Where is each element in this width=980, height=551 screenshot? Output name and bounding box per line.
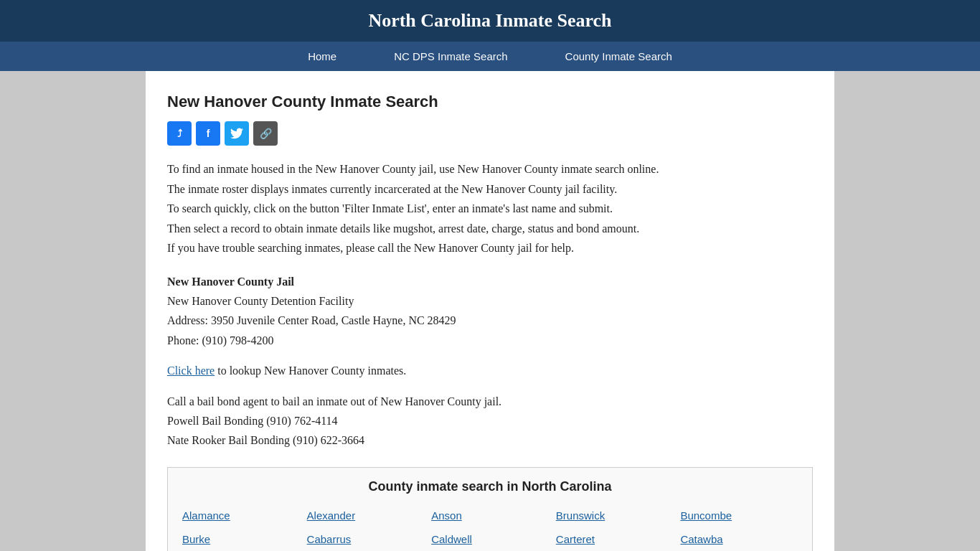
jail-address: Address: 3950 Juvenile Center Road, Cast… bbox=[167, 311, 813, 330]
content-wrapper: New Hanover County Inmate Search ⤴ f 🔗 T… bbox=[146, 71, 834, 551]
lookup-paragraph: Click here to lookup New Hanover County … bbox=[167, 364, 813, 377]
county-link[interactable]: Alexander bbox=[307, 506, 425, 527]
bail-info-section: Call a bail bond agent to bail an inmate… bbox=[167, 392, 813, 451]
lookup-suffix: to lookup New Hanover County inmates. bbox=[215, 364, 406, 377]
desc-line-4: Then select a record to obtain inmate de… bbox=[167, 220, 813, 238]
nav-county[interactable]: County Inmate Search bbox=[537, 42, 701, 71]
desc-line-5: If you have trouble searching inmates, p… bbox=[167, 239, 813, 258]
county-link[interactable]: Caldwell bbox=[431, 529, 549, 550]
county-link[interactable]: Brunswick bbox=[556, 506, 674, 527]
county-link[interactable]: Catawba bbox=[680, 529, 798, 550]
copy-link-button[interactable]: 🔗 bbox=[253, 121, 278, 146]
share-button[interactable]: ⤴ bbox=[167, 121, 192, 146]
lookup-link[interactable]: Click here bbox=[167, 364, 215, 377]
county-link[interactable]: Carteret bbox=[556, 529, 674, 550]
desc-line-3: To search quickly, click on the button '… bbox=[167, 199, 813, 218]
county-section-title: County inmate search in North Carolina bbox=[182, 479, 798, 494]
jail-name: New Hanover County Jail bbox=[167, 272, 813, 291]
description-section: To find an inmate housed in the New Hano… bbox=[167, 160, 813, 258]
bail-line-2: Powell Bail Bonding (910) 762-4114 bbox=[167, 411, 813, 430]
jail-facility: New Hanover County Detention Facility bbox=[167, 291, 813, 311]
nav-nc-dps[interactable]: NC DPS Inmate Search bbox=[365, 42, 536, 71]
jail-info-section: New Hanover County Jail New Hanover Coun… bbox=[167, 272, 813, 350]
jail-phone: Phone: (910) 798-4200 bbox=[167, 331, 813, 350]
main-nav: Home NC DPS Inmate Search County Inmate … bbox=[0, 42, 980, 71]
facebook-button[interactable]: f bbox=[196, 121, 220, 146]
social-share-bar: ⤴ f 🔗 bbox=[167, 121, 813, 146]
county-link[interactable]: Buncombe bbox=[680, 506, 798, 527]
desc-line-2: The inmate roster displays inmates curre… bbox=[167, 180, 813, 199]
nav-home[interactable]: Home bbox=[279, 42, 365, 71]
page-title: New Hanover County Inmate Search bbox=[167, 93, 813, 111]
site-header: North Carolina Inmate Search bbox=[0, 0, 980, 42]
bail-line-1: Call a bail bond agent to bail an inmate… bbox=[167, 392, 813, 411]
county-grid: AlamanceAlexanderAnsonBrunswickBuncombeB… bbox=[182, 506, 798, 551]
county-link[interactable]: Anson bbox=[431, 506, 549, 527]
bail-line-3: Nate Rooker Bail Bonding (910) 622-3664 bbox=[167, 430, 813, 450]
desc-line-1: To find an inmate housed in the New Hano… bbox=[167, 160, 813, 179]
twitter-button[interactable] bbox=[225, 121, 249, 146]
county-link[interactable]: Burke bbox=[182, 529, 300, 550]
county-section: County inmate search in North Carolina A… bbox=[167, 467, 813, 551]
site-title: North Carolina Inmate Search bbox=[14, 10, 966, 32]
county-link[interactable]: Cabarrus bbox=[307, 529, 425, 550]
county-link[interactable]: Alamance bbox=[182, 506, 300, 527]
